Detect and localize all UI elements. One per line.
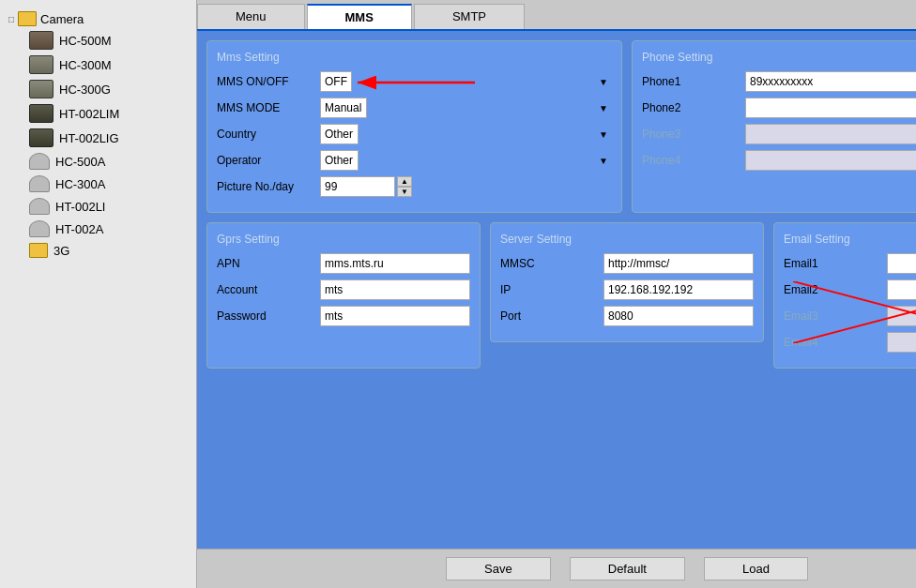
phone4-input: [745, 150, 916, 171]
sidebar-item-3G[interactable]: 3G: [23, 240, 191, 261]
account-input[interactable]: [320, 279, 470, 300]
spinner-buttons: ▲ ▼: [397, 176, 412, 197]
mmsc-input[interactable]: [603, 253, 754, 274]
phone4-row: Phone4: [642, 150, 916, 171]
phone2-input[interactable]: [745, 98, 916, 118]
account-label: Account: [217, 283, 320, 296]
sidebar-label-HT-002A: HT-002A: [55, 222, 103, 236]
camera-icon-HT-002LI: [29, 198, 50, 215]
mms-onoff-select[interactable]: OFF ON: [320, 71, 352, 92]
email-section-title: Email Setting: [784, 233, 916, 246]
sidebar-item-HC-300A[interactable]: HC-300A: [23, 173, 191, 195]
sidebar: □ Camera HC-500M HC-300M HC-300G: [0, 0, 197, 588]
select-arrow-country-icon: ▼: [599, 129, 608, 140]
email4-row: Email4: [784, 332, 916, 353]
mms-section-title: Mms Setting: [217, 51, 612, 64]
tab-menu[interactable]: Menu: [197, 4, 305, 29]
tab-mms[interactable]: MMS: [307, 4, 412, 29]
tree-children: HC-500M HC-300M HC-300G HT-002LIM: [5, 28, 191, 261]
password-input[interactable]: [320, 306, 470, 326]
sidebar-item-HT-002A[interactable]: HT-002A: [23, 218, 191, 240]
sidebar-label-HT-002LI: HT-002LI: [55, 200, 105, 214]
default-button[interactable]: Default: [570, 557, 685, 580]
country-select[interactable]: Other USA UK: [320, 124, 359, 144]
mms-onoff-row: MMS ON/OFF OFF ON ▼: [217, 71, 612, 92]
save-button[interactable]: Save: [446, 557, 551, 580]
bottom-toolbar: Save Default Load: [197, 549, 916, 588]
sidebar-item-HT-002LIG[interactable]: HT-002LIG: [23, 126, 191, 150]
phone1-label: Phone1: [642, 75, 745, 88]
main-content: Menu MMS SMTP Mms Setting MMS ON/OFF OFF: [197, 0, 916, 588]
mms-mode-select[interactable]: Manual Auto: [320, 98, 367, 118]
apn-input[interactable]: [320, 253, 470, 274]
camera-icon-HT-002A: [29, 220, 50, 237]
select-arrow-operator-icon: ▼: [599, 156, 608, 166]
port-row: Port: [500, 306, 754, 326]
mmsc-label: MMSC: [500, 257, 603, 270]
spinner-up-button[interactable]: ▲: [397, 176, 412, 187]
mmsc-row: MMSC: [500, 253, 754, 274]
pic-row: Picture No./day ▲ ▼: [217, 176, 612, 197]
camera-icon-HC-300A: [29, 175, 50, 192]
tabs: Menu MMS SMTP: [197, 0, 916, 31]
sidebar-item-HC-500A[interactable]: HC-500A: [23, 150, 191, 173]
sidebar-item-HC-500M[interactable]: HC-500M: [23, 28, 191, 53]
mms-mode-select-wrapper: Manual Auto ▼: [320, 98, 612, 118]
tree-root-label: Camera: [40, 12, 84, 26]
tree-root-camera[interactable]: □ Camera: [5, 9, 191, 28]
email2-input[interactable]: [887, 279, 916, 300]
sidebar-item-HT-002LIM[interactable]: HT-002LIM: [23, 101, 191, 126]
sidebar-label-HC-500M: HC-500M: [59, 34, 112, 48]
select-arrow-mode-icon: ▼: [599, 103, 608, 113]
pic-input[interactable]: [320, 176, 395, 197]
expand-icon: □: [8, 14, 14, 24]
apn-row: APN: [217, 253, 470, 274]
sidebar-item-HT-002LI[interactable]: HT-002LI: [23, 195, 191, 218]
operator-select[interactable]: Other: [320, 150, 359, 171]
phone4-label: Phone4: [642, 154, 745, 167]
sidebar-item-HC-300M[interactable]: HC-300M: [23, 53, 191, 77]
sidebar-label-3G: 3G: [53, 244, 69, 258]
apn-label: APN: [217, 257, 320, 270]
port-input[interactable]: [603, 306, 754, 326]
top-sections-row: Mms Setting MMS ON/OFF OFF ON ▼: [206, 40, 916, 213]
ip-row: IP: [500, 279, 754, 300]
load-button[interactable]: Load: [704, 557, 808, 580]
phone-section-title: Phone Setting: [642, 51, 916, 64]
gprs-setting-section: Gprs Setting APN Account Password: [206, 222, 481, 369]
port-label: Port: [500, 309, 603, 323]
password-label: Password: [217, 309, 320, 323]
tab-smtp[interactable]: SMTP: [414, 4, 525, 29]
email3-label: Email3: [784, 309, 887, 323]
phone2-row: Phone2: [642, 98, 916, 118]
email1-input[interactable]: [887, 253, 916, 274]
spinner-down-button[interactable]: ▼: [397, 187, 412, 197]
sidebar-label-HT-002LIM: HT-002LIM: [59, 107, 119, 121]
phone3-row: Phone3: [642, 124, 916, 144]
phone1-input[interactable]: [745, 71, 916, 92]
sidebar-label-HC-300M: HC-300M: [59, 58, 112, 72]
sidebar-item-HC-300G[interactable]: HC-300G: [23, 77, 191, 101]
email1-label: Email1: [784, 257, 887, 270]
mms-mode-row: MMS MODE Manual Auto ▼: [217, 98, 612, 118]
ip-label: IP: [500, 283, 603, 296]
sidebar-label-HC-300G: HC-300G: [59, 83, 111, 97]
sidebar-label-HC-300A: HC-300A: [55, 177, 105, 191]
pic-spinner-wrapper: ▲ ▼: [320, 176, 412, 197]
sidebar-tree: □ Camera HC-500M HC-300M HC-300G: [0, 5, 196, 265]
password-row: Password: [217, 306, 470, 326]
bottom-sections-row: Gprs Setting APN Account Password: [206, 222, 916, 369]
account-row: Account: [217, 279, 470, 300]
phone3-label: Phone3: [642, 128, 745, 141]
ip-input[interactable]: [603, 279, 754, 300]
country-row: Country Other USA UK ▼: [217, 124, 612, 144]
operator-row: Operator Other ▼: [217, 150, 612, 171]
camera-icon-HC-500M: [29, 31, 53, 50]
email3-row: Email3: [784, 306, 916, 326]
server-setting-section: Server Setting MMSC IP Port: [490, 222, 764, 342]
server-section-title: Server Setting: [500, 233, 754, 246]
folder-icon-3G: [29, 243, 48, 258]
mms-mode-label: MMS MODE: [217, 101, 320, 114]
email4-input: [887, 332, 916, 353]
camera-icon-HC-300M: [29, 55, 53, 74]
